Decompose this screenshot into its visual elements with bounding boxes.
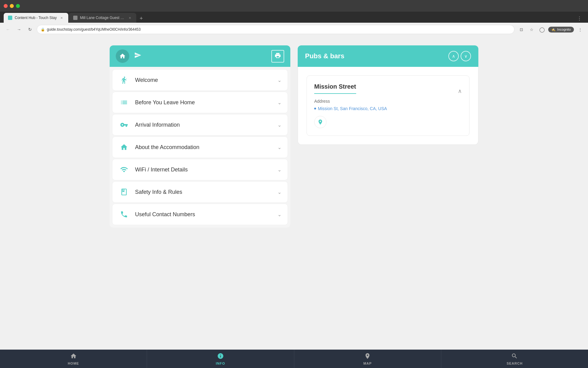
wifi-icon [119, 164, 130, 175]
welcome-label: Welcome [135, 77, 272, 83]
nav-icons: ⊡ ☆ ◯ 🕵 Incognito ⋮ [517, 25, 584, 34]
place-name: Mission Street [314, 83, 356, 94]
menu-item-accommodation[interactable]: About the Accommodation ⌄ [112, 136, 288, 158]
page-content: Welcome ⌄ Before You Leave Home ⌄ [0, 36, 588, 350]
scroll-down-button[interactable]: ∨ [461, 51, 471, 61]
reload-button[interactable]: ↻ [26, 25, 34, 34]
before-leave-label: Before You Leave Home [135, 99, 272, 106]
accommodation-label: About the Accommodation [135, 144, 272, 151]
nav-home-icon [70, 353, 77, 361]
lock-icon: 🔒 [41, 28, 45, 32]
tab-content-hub[interactable]: Content Hub - Touch Stay ✕ [4, 13, 68, 23]
nav-search[interactable]: SEARCH [441, 350, 588, 368]
traffic-lights [4, 4, 20, 8]
menu-item-arrival[interactable]: Arrival Information ⌄ [112, 114, 288, 136]
close-window-button[interactable] [4, 4, 8, 8]
tab-mill-lane[interactable]: Mill Lane Cottage Guest Welco... ✕ [69, 13, 136, 23]
welcome-chevron-icon: ⌄ [277, 77, 281, 83]
minimize-window-button[interactable] [10, 4, 14, 8]
map-pin-button[interactable] [314, 116, 326, 128]
phone-icon [119, 209, 130, 220]
left-panel-header [110, 45, 290, 67]
tab-label-2: Mill Lane Cottage Guest Welco... [80, 16, 125, 20]
menu-item-safety[interactable]: Safety Info & Rules ⌄ [112, 181, 288, 203]
right-panel-content: Mission Street ∧ Address Mission St, San… [298, 67, 478, 145]
right-panel: Pubs & bars ∧ ∨ Mission Street ∧ Address… [298, 45, 478, 340]
tab-favicon-1 [8, 16, 12, 20]
address-value: Mission St, San Francisco, CA, USA [314, 106, 462, 111]
nav-bar: ← → ↻ 🔒 guide.touchstay.com/guest/b4YqUM… [0, 23, 588, 36]
nav-info[interactable]: INFO [147, 350, 294, 368]
nav-map[interactable]: MAP [294, 350, 441, 368]
nav-info-icon [217, 353, 224, 361]
arrival-chevron-icon: ⌄ [277, 122, 281, 128]
contacts-chevron-icon: ⌄ [277, 212, 281, 217]
incognito-label: Incognito [557, 28, 571, 31]
nav-map-label: MAP [363, 362, 371, 365]
new-tab-button[interactable]: + [137, 14, 145, 23]
collapse-button[interactable]: ∧ [458, 88, 462, 94]
welcome-icon [119, 75, 130, 86]
incognito-icon: 🕵 [551, 28, 556, 32]
url-text: guide.touchstay.com/guest/b4YqUMheOl0CH/… [47, 27, 141, 32]
right-panel-header: Pubs & bars ∧ ∨ [298, 45, 478, 67]
tab-close-2[interactable]: ✕ [128, 15, 132, 20]
nav-search-icon [511, 353, 518, 361]
arrival-label: Arrival Information [135, 122, 272, 128]
cast-icon[interactable]: ⊡ [517, 25, 526, 34]
browser-titlebar [0, 0, 588, 12]
safety-label: Safety Info & Rules [135, 189, 272, 195]
wifi-chevron-icon: ⌄ [277, 167, 281, 173]
print-icon[interactable] [271, 50, 284, 63]
menu-item-wifi[interactable]: WiFi / Internet Details ⌄ [112, 159, 288, 180]
menu-item-welcome[interactable]: Welcome ⌄ [112, 69, 288, 91]
back-button[interactable]: ← [4, 25, 12, 34]
nav-home-label: HOME [68, 362, 79, 365]
address-label: Address [314, 99, 462, 104]
header-icons [116, 49, 141, 63]
safety-icon [119, 186, 130, 197]
list-icon [119, 97, 130, 108]
nav-search-label: SEARCH [507, 362, 522, 365]
tabs-bar: Content Hub - Touch Stay ✕ Mill Lane Cot… [0, 12, 588, 23]
place-card: Mission Street ∧ Address Mission St, San… [307, 75, 469, 136]
nav-map-icon [364, 353, 371, 361]
tab-favicon-2 [73, 16, 77, 20]
maximize-window-button[interactable] [16, 4, 20, 8]
tab-strip-scroll[interactable]: ⋮ [575, 14, 584, 23]
left-panel: Welcome ⌄ Before You Leave Home ⌄ [110, 45, 290, 340]
nav-circle-buttons: ∧ ∨ [448, 51, 471, 61]
pubs-bars-title: Pubs & bars [305, 52, 344, 60]
bottom-nav: HOME INFO MAP SEARCH [0, 350, 588, 368]
nav-home[interactable]: HOME [0, 350, 147, 368]
key-icon [119, 119, 130, 130]
accommodation-icon [119, 142, 130, 153]
account-icon[interactable]: ◯ [538, 25, 546, 34]
browser-chrome: Content Hub - Touch Stay ✕ Mill Lane Cot… [0, 0, 588, 36]
safety-chevron-icon: ⌄ [277, 189, 281, 195]
wifi-label: WiFi / Internet Details [135, 167, 272, 173]
accommodation-chevron-icon: ⌄ [277, 144, 281, 150]
url-bar[interactable]: 🔒 guide.touchstay.com/guest/b4YqUMheOl0C… [37, 25, 514, 34]
tab-close-1[interactable]: ✕ [59, 15, 64, 20]
forward-button[interactable]: → [15, 25, 23, 34]
address-link[interactable]: Mission St, San Francisco, CA, USA [318, 106, 387, 111]
menu-items-list: Welcome ⌄ Before You Leave Home ⌄ [110, 67, 290, 228]
scroll-up-button[interactable]: ∧ [448, 51, 459, 61]
address-bullet [314, 108, 316, 109]
bookmark-icon[interactable]: ☆ [527, 25, 536, 34]
home-icon[interactable] [116, 49, 129, 63]
before-leave-chevron-icon: ⌄ [277, 100, 281, 105]
nav-info-label: INFO [216, 362, 225, 365]
incognito-badge: 🕵 Incognito [548, 27, 574, 33]
menu-item-before-leave[interactable]: Before You Leave Home ⌄ [112, 92, 288, 113]
contacts-label: Useful Contact Numbers [135, 211, 272, 218]
more-options-button[interactable]: ⋮ [576, 25, 584, 34]
menu-item-contacts[interactable]: Useful Contact Numbers ⌄ [112, 204, 288, 225]
tab-label-1: Content Hub - Touch Stay [15, 16, 57, 20]
send-icon[interactable] [134, 52, 141, 61]
